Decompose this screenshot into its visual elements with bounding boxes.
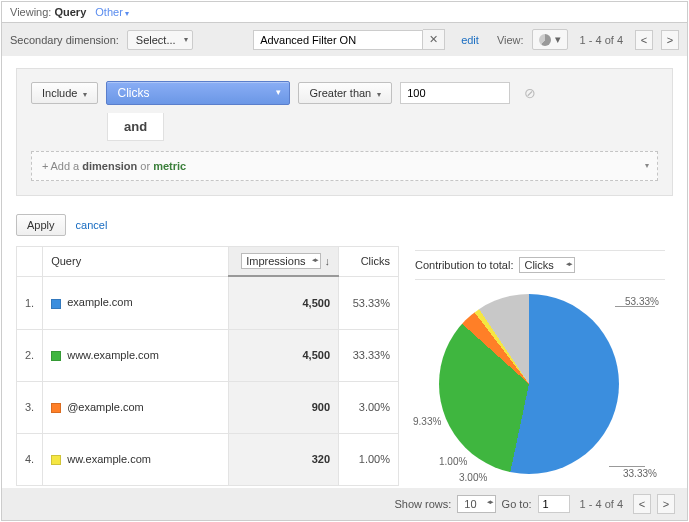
pie-graphic — [439, 294, 619, 474]
table-row[interactable]: 2.www.example.com4,50033.33% — [17, 329, 399, 381]
row-query: ww.example.com — [43, 433, 229, 485]
prev-page-bottom[interactable]: < — [633, 494, 651, 514]
view-label: View: — [497, 34, 524, 46]
next-page-bottom[interactable]: > — [657, 494, 675, 514]
row-impressions: 320 — [229, 433, 339, 485]
row-index: 4. — [17, 433, 43, 485]
apply-button[interactable]: Apply — [16, 214, 66, 236]
table-row[interactable]: 1.example.com4,50053.33% — [17, 276, 399, 329]
apply-row: Apply cancel — [16, 214, 673, 236]
series-swatch — [51, 455, 61, 465]
filter-condition-row: Include Clicks Greater than ⊘ — [17, 69, 672, 113]
row-clicks-pct: 1.00% — [339, 433, 399, 485]
include-dropdown[interactable]: Include — [31, 82, 98, 104]
metric-dropdown[interactable]: Clicks — [106, 81, 290, 105]
table-row[interactable]: 3.@example.com9003.00% — [17, 381, 399, 433]
row-query: @example.com — [43, 381, 229, 433]
chart-header: Contribution to total: Clicks — [415, 250, 665, 280]
pager-top-text: 1 - 4 of 4 — [580, 34, 623, 46]
show-rows-select[interactable]: 10 — [457, 495, 495, 513]
viewing-label: Viewing: — [10, 6, 51, 18]
viewing-tab-other[interactable]: Other — [95, 6, 129, 18]
contribution-metric-select[interactable]: Clicks — [519, 257, 574, 273]
pie-label-4: 1.00% — [439, 456, 467, 467]
view-mode-pie[interactable]: ▾ — [532, 29, 568, 50]
row-clicks-pct: 3.00% — [339, 381, 399, 433]
plus-icon: + — [42, 160, 48, 172]
row-clicks-pct: 53.33% — [339, 276, 399, 329]
report-panel: Viewing: Query Other Secondary dimension… — [1, 1, 688, 521]
secondary-dimension-label: Secondary dimension: — [10, 34, 119, 46]
pie-label-5: 9.33% — [413, 416, 441, 427]
row-impressions: 900 — [229, 381, 339, 433]
series-swatch — [51, 299, 61, 309]
series-swatch — [51, 351, 61, 361]
col-clicks[interactable]: Clicks — [339, 247, 399, 277]
pie-label-1: 53.33% — [625, 296, 659, 307]
col-query[interactable]: Query — [43, 247, 229, 277]
and-connector: and — [17, 113, 672, 141]
viewing-tab-query[interactable]: Query — [54, 6, 86, 18]
row-query: example.com — [43, 276, 229, 329]
pie-chart: 53.33% 33.33% 3.00% 1.00% 9.33% — [415, 286, 665, 486]
row-index: 2. — [17, 329, 43, 381]
next-page-top[interactable]: > — [661, 30, 679, 50]
chart-column: Contribution to total: Clicks 53.33% 33.… — [399, 246, 673, 486]
secondary-dimension-select[interactable]: Select... — [127, 30, 193, 50]
remove-condition-button[interactable]: ⊘ — [524, 85, 536, 101]
footer-row: Show rows: 10 Go to: 1 - 4 of 4 < > — [2, 488, 687, 520]
pie-icon — [539, 34, 551, 46]
and-label: and — [107, 113, 164, 141]
condition-value-input[interactable] — [400, 82, 510, 104]
table-row[interactable]: 4.ww.example.com3201.00% — [17, 433, 399, 485]
col-index — [17, 247, 43, 277]
row-clicks-pct: 33.33% — [339, 329, 399, 381]
impressions-stepper[interactable]: Impressions — [241, 253, 320, 269]
add-condition-button[interactable]: +Add a dimension or metric — [31, 151, 658, 181]
col-impressions[interactable]: Impressions↓ — [229, 247, 339, 277]
edit-filter-link[interactable]: edit — [461, 34, 479, 46]
cancel-link[interactable]: cancel — [76, 219, 108, 231]
goto-label: Go to: — [502, 498, 532, 510]
controls-row: Secondary dimension: Select... ✕ edit Vi… — [2, 23, 687, 56]
row-impressions: 4,500 — [229, 276, 339, 329]
pager-bottom-text: 1 - 4 of 4 — [580, 498, 623, 510]
pie-label-2: 33.33% — [623, 468, 657, 479]
pie-label-3: 3.00% — [459, 472, 487, 483]
advanced-filter-box: ✕ — [253, 29, 445, 50]
viewing-bar: Viewing: Query Other — [2, 2, 687, 23]
show-rows-label: Show rows: — [395, 498, 452, 510]
data-area: Query Impressions↓ Clicks 1.example.com4… — [16, 246, 673, 486]
clear-filter-button[interactable]: ✕ — [423, 29, 445, 50]
row-query: www.example.com — [43, 329, 229, 381]
row-impressions: 4,500 — [229, 329, 339, 381]
row-index: 1. — [17, 276, 43, 329]
contribution-label: Contribution to total: — [415, 259, 513, 271]
goto-input[interactable] — [538, 495, 570, 513]
series-swatch — [51, 403, 61, 413]
filter-builder: Include Clicks Greater than ⊘ and +Add a… — [16, 68, 673, 196]
advanced-filter-input[interactable] — [253, 30, 423, 50]
sort-desc-icon: ↓ — [325, 255, 331, 267]
operator-dropdown[interactable]: Greater than — [298, 82, 392, 104]
row-index: 3. — [17, 381, 43, 433]
prev-page-top[interactable]: < — [635, 30, 653, 50]
data-table: Query Impressions↓ Clicks 1.example.com4… — [16, 246, 399, 486]
